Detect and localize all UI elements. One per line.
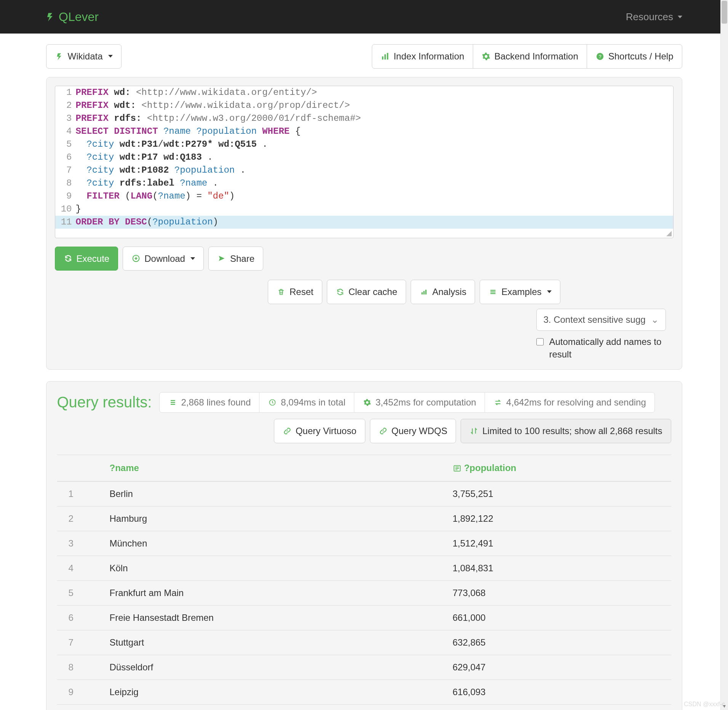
code-line[interactable]: 1PREFIX wd: <http://www.wikidata.org/ent… xyxy=(55,86,673,99)
show-all-button[interactable]: Limited to 100 results; show all 2,868 r… xyxy=(461,419,671,443)
cell-name: Frankfurt am Main xyxy=(103,580,446,605)
cell-index: 6 xyxy=(57,605,103,630)
code-content[interactable]: ?city wdt:P17 wd:Q183 . xyxy=(76,151,673,164)
code-content[interactable]: PREFIX wdt: <http://www.wikidata.org/pro… xyxy=(76,99,673,112)
cell-index: 2 xyxy=(57,506,103,531)
link-icon xyxy=(283,426,292,436)
query-wdqs-button[interactable]: Query WDQS xyxy=(370,419,456,443)
cell-population: 1,084,831 xyxy=(446,556,671,580)
table-row[interactable]: 4Köln1,084,831 xyxy=(57,556,671,580)
auto-names-checkbox[interactable]: Automatically add names to result xyxy=(536,335,674,361)
execute-button[interactable]: Execute xyxy=(55,247,118,271)
stat-lines-label: 2,868 lines found xyxy=(181,397,251,408)
code-line[interactable]: 3PREFIX rdfs: <http://www.w3.org/2000/01… xyxy=(55,112,673,125)
refresh-icon xyxy=(64,254,73,263)
link-icon xyxy=(379,426,388,436)
execute-label: Execute xyxy=(77,252,110,265)
index-info-button[interactable]: Index Information xyxy=(372,44,473,69)
code-line[interactable]: 8 ?city rdfs:label ?name . xyxy=(55,177,673,190)
col-name[interactable]: ?name xyxy=(103,455,446,481)
svg-rect-1 xyxy=(384,54,386,59)
table-row[interactable]: 5Frankfurt am Main773,068 xyxy=(57,580,671,605)
examples-button[interactable]: Examples xyxy=(480,280,560,304)
query-wdqs-label: Query WDQS xyxy=(392,425,448,438)
caret-down-icon xyxy=(678,16,682,18)
suggestion-mode-label: 3. Context sensitive sugg xyxy=(544,314,646,325)
bar-chart-icon xyxy=(381,52,390,61)
shortcuts-button[interactable]: ? Shortcuts / Help xyxy=(587,44,682,69)
code-line[interactable]: 7 ?city wdt:P1082 ?population . xyxy=(55,164,673,177)
cell-population: 616,093 xyxy=(446,680,671,704)
code-content[interactable]: } xyxy=(76,203,673,216)
clear-cache-label: Clear cache xyxy=(349,285,397,298)
code-line[interactable]: 11ORDER BY DESC(?population) xyxy=(55,216,673,229)
resize-handle-icon[interactable] xyxy=(666,231,672,236)
suggestion-mode-select[interactable]: 3. Context sensitive sugg ⌄ xyxy=(536,309,666,331)
table-row[interactable]: 10Dortmund593,317 xyxy=(57,704,671,710)
vertical-scrollbar[interactable]: ▲ ▼ xyxy=(720,0,728,710)
code-line[interactable]: 6 ?city wdt:P17 wd:Q183 . xyxy=(55,151,673,164)
cell-name: Köln xyxy=(103,556,446,580)
auto-names-input[interactable] xyxy=(536,338,544,346)
share-label: Share xyxy=(230,252,254,265)
cell-population: 661,000 xyxy=(446,605,671,630)
code-content[interactable]: PREFIX rdfs: <http://www.w3.org/2000/01/… xyxy=(76,112,673,125)
code-line[interactable]: 4SELECT DISTINCT ?name ?population WHERE… xyxy=(55,125,673,138)
scrollbar-thumb[interactable] xyxy=(722,1,727,24)
code-line[interactable]: 5 ?city wdt:P31/wdt:P279* wd:Q515 . xyxy=(55,138,673,151)
gear-icon xyxy=(482,52,491,61)
gear-icon xyxy=(363,398,372,407)
line-number: 9 xyxy=(55,190,76,203)
sparql-editor[interactable]: 1PREFIX wd: <http://www.wikidata.org/ent… xyxy=(55,86,674,238)
code-line[interactable]: 2PREFIX wdt: <http://www.wikidata.org/pr… xyxy=(55,99,673,112)
table-row[interactable]: 1Berlin3,755,251 xyxy=(57,481,671,506)
code-content[interactable]: ?city rdfs:label ?name . xyxy=(76,177,673,190)
code-content[interactable]: ORDER BY DESC(?population) xyxy=(76,216,673,229)
code-content[interactable]: ?city wdt:P31/wdt:P279* wd:Q515 . xyxy=(76,138,673,151)
cell-name: Berlin xyxy=(103,481,446,506)
svg-rect-0 xyxy=(382,56,384,59)
clear-cache-button[interactable]: Clear cache xyxy=(327,280,406,304)
chart-icon xyxy=(419,287,429,297)
list-icon xyxy=(488,287,498,297)
watermark: CSDN @xxxf-c xyxy=(684,701,725,708)
line-number: 8 xyxy=(55,177,76,190)
code-content[interactable]: PREFIX wd: <http://www.wikidata.org/enti… xyxy=(76,86,673,99)
analysis-button[interactable]: Analysis xyxy=(411,280,475,304)
cell-name: Düsseldorf xyxy=(103,655,446,680)
stat-resolve-label: 4,642ms for resolving and sending xyxy=(506,397,646,408)
caret-down-icon xyxy=(547,290,552,293)
table-row[interactable]: 6Freie Hansestadt Bremen661,000 xyxy=(57,605,671,630)
query-virtuoso-label: Query Virtuoso xyxy=(296,425,357,438)
results-panel: Query results: 2,868 lines found 8,094ms… xyxy=(46,381,682,710)
nav-resources[interactable]: Resources xyxy=(626,11,682,23)
download-button[interactable]: Download xyxy=(123,247,204,271)
cell-name: Dortmund xyxy=(103,704,446,710)
brand[interactable]: QLever xyxy=(46,10,99,24)
line-number: 7 xyxy=(55,164,76,177)
share-button[interactable]: Share xyxy=(208,247,263,271)
table-row[interactable]: 7Stuttgart632,865 xyxy=(57,630,671,655)
table-row[interactable]: 9Leipzig616,093 xyxy=(57,680,671,704)
col-population[interactable]: ?population xyxy=(446,455,671,481)
code-line[interactable]: 10} xyxy=(55,203,673,216)
reset-button[interactable]: Reset xyxy=(268,280,322,304)
table-row[interactable]: 3München1,512,491 xyxy=(57,531,671,556)
code-content[interactable]: SELECT DISTINCT ?name ?population WHERE … xyxy=(76,125,673,138)
backend-info-button[interactable]: Backend Information xyxy=(473,44,587,69)
stat-total-time: 8,094ms in total xyxy=(259,392,354,413)
cell-name: Hamburg xyxy=(103,506,446,531)
table-row[interactable]: 8Düsseldorf629,047 xyxy=(57,655,671,680)
shortcuts-label: Shortcuts / Help xyxy=(608,50,674,63)
dataset-selector[interactable]: Wikidata xyxy=(46,44,122,69)
caret-down-icon xyxy=(190,257,195,260)
code-line[interactable]: 9 FILTER (LANG(?name) = "de") xyxy=(55,190,673,203)
cell-index: 10 xyxy=(57,704,103,710)
query-virtuoso-button[interactable]: Query Virtuoso xyxy=(274,419,365,443)
help-icon: ? xyxy=(595,52,605,61)
table-row[interactable]: 2Hamburg1,892,122 xyxy=(57,506,671,531)
code-content[interactable]: FILTER (LANG(?name) = "de") xyxy=(76,190,673,203)
top-toolbar: Wikidata Index Information Backend Infor… xyxy=(46,44,682,69)
code-content[interactable]: ?city wdt:P1082 ?population . xyxy=(76,164,673,177)
bolt-icon xyxy=(55,52,64,61)
